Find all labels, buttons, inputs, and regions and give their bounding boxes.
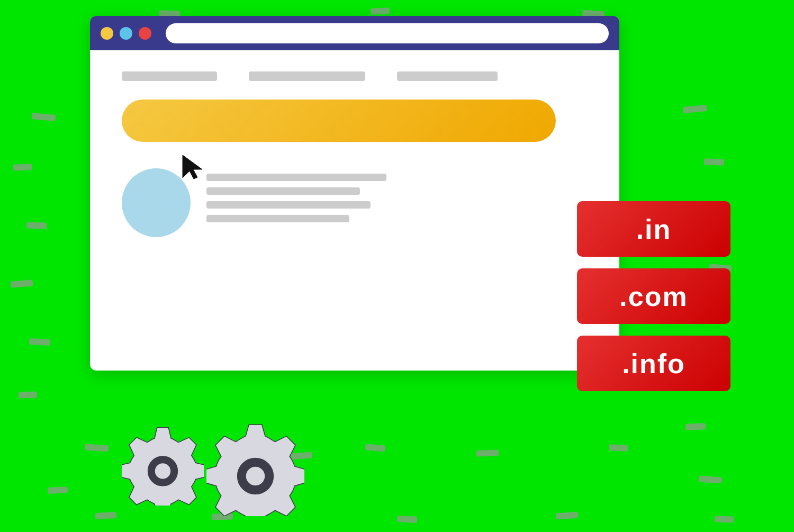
content-line-2 [206, 187, 360, 195]
dash-8 [48, 486, 68, 494]
domain-badge-in[interactable]: .in [577, 201, 730, 257]
content-circle-wrapper [122, 168, 191, 237]
cursor-icon [180, 152, 206, 182]
nav-line-2 [249, 71, 365, 81]
svg-point-2 [155, 463, 171, 479]
svg-marker-0 [183, 155, 202, 179]
content-lines [206, 168, 588, 222]
gear-icon-large [122, 423, 204, 506]
dash-3 [26, 222, 47, 229]
svg-point-4 [246, 466, 265, 486]
content-line-4 [206, 215, 349, 222]
dash-18 [371, 7, 390, 15]
domain-badges-container: .in .com .info [577, 201, 730, 391]
dash-6 [19, 391, 37, 398]
domain-badge-info-label: .info [622, 348, 685, 380]
domain-badge-info[interactable]: .info [577, 336, 730, 391]
content-line-3 [206, 201, 371, 209]
browser-btn-minimize[interactable] [101, 27, 113, 40]
browser-addressbar[interactable] [166, 23, 609, 43]
nav-lines [122, 71, 588, 81]
dash-22 [556, 512, 579, 520]
dash-24 [95, 512, 117, 519]
dash-2 [13, 164, 32, 171]
content-area [122, 168, 588, 237]
browser-btn-maximize[interactable] [120, 27, 132, 40]
dash-4 [11, 279, 33, 288]
domain-badge-com[interactable]: .com [577, 268, 730, 324]
browser-btn-close[interactable] [139, 27, 151, 40]
dash-5 [29, 338, 51, 346]
dash-1 [32, 113, 56, 121]
dash-27 [609, 444, 628, 452]
dash-15 [685, 423, 706, 430]
dash-7 [85, 444, 109, 452]
dash-21 [397, 516, 418, 523]
dash-26 [476, 449, 499, 456]
nav-line-3 [397, 71, 498, 81]
browser-content [90, 50, 619, 258]
domain-badge-com-label: .com [619, 281, 688, 312]
search-bar[interactable] [122, 100, 556, 142]
dash-23 [715, 516, 734, 522]
browser-window [90, 16, 619, 371]
gear-icon-small [206, 418, 304, 516]
dash-9 [683, 105, 707, 113]
nav-line-1 [122, 71, 217, 81]
content-line-1 [206, 174, 386, 181]
dash-16 [699, 475, 723, 483]
dash-25 [365, 444, 386, 452]
browser-titlebar [90, 16, 619, 50]
dash-10 [704, 158, 725, 166]
domain-badge-in-label: .in [636, 213, 672, 245]
